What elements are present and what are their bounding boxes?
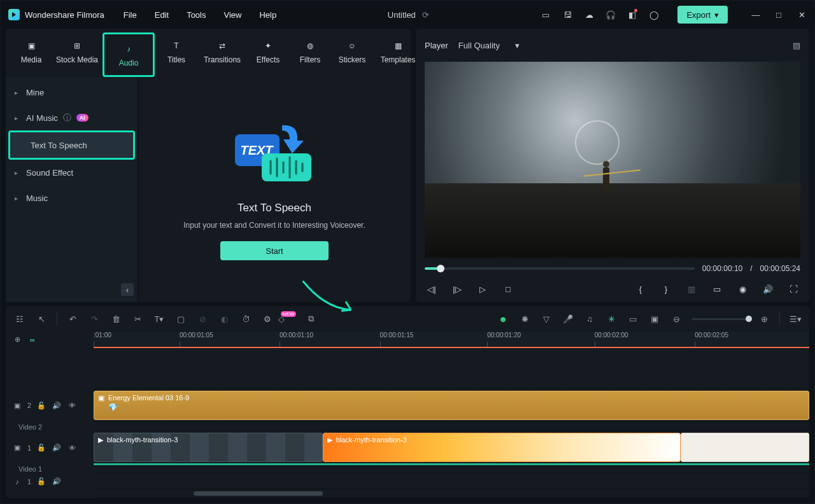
- stop-icon[interactable]: □: [501, 282, 515, 296]
- quality-select[interactable]: Full Quality▾: [458, 41, 520, 50]
- collapse-sidebar-icon[interactable]: ‹: [121, 283, 134, 296]
- display-icon[interactable]: ▭: [710, 282, 724, 296]
- close-icon[interactable]: ✕: [797, 10, 807, 20]
- video-track-icon: ▣: [12, 400, 22, 410]
- sidebar-item-text-to-speech[interactable]: Text To Speech: [10, 132, 133, 158]
- player-panel: Player Full Quality▾ ▧ 00:00:00:10 / 00:…: [416, 29, 809, 302]
- text-tool-icon[interactable]: T▾: [153, 312, 166, 325]
- account-icon[interactable]: ◯: [648, 9, 660, 20]
- stock-icon: ⊞: [70, 39, 84, 53]
- mute-icon[interactable]: 🔊: [52, 477, 62, 487]
- fullscreen-icon[interactable]: ⛶: [786, 282, 800, 296]
- preview-viewport[interactable]: [425, 62, 800, 258]
- ai-tools-icon[interactable]: ☻: [497, 312, 509, 325]
- delete-icon[interactable]: 🗑: [110, 312, 122, 325]
- compare-icon[interactable]: ▥: [684, 282, 698, 296]
- sidebar-item-sound-effect[interactable]: ▸Sound Effect: [6, 160, 138, 185]
- enhance-icon[interactable]: ✺: [518, 312, 531, 325]
- tab-templates[interactable]: ▦Templates: [374, 32, 422, 71]
- clip-black-myth-a[interactable]: ▶black-myth-transition-3: [94, 433, 323, 462]
- audio-mix-icon[interactable]: ♫: [583, 312, 596, 325]
- menu-file[interactable]: File: [124, 10, 137, 20]
- mark-out-icon[interactable]: }: [659, 282, 673, 296]
- link-tracks-icon[interactable]: ∞: [27, 335, 38, 345]
- visible-icon[interactable]: 👁: [67, 400, 77, 410]
- sidebar-item-ai-music[interactable]: ▸AI MusicⓘAI: [6, 105, 138, 130]
- lock-icon[interactable]: 🔓: [36, 477, 46, 487]
- sidebar-item-music[interactable]: ▸Music: [6, 185, 138, 211]
- devices-icon[interactable]: ▭: [540, 9, 551, 20]
- lock-icon[interactable]: 🔓: [36, 443, 46, 453]
- record-screen-icon[interactable]: ▣: [648, 312, 661, 325]
- minimize-icon[interactable]: —: [751, 10, 761, 20]
- menu-help[interactable]: Help: [259, 10, 276, 20]
- marker-icon[interactable]: ▽: [540, 312, 553, 325]
- mute-icon[interactable]: 🔊: [52, 443, 62, 453]
- clip-energy-elemental[interactable]: ▣ Energy Elemental 03 16-9 💎: [94, 391, 809, 420]
- zoom-slider[interactable]: [691, 318, 749, 320]
- player-tab[interactable]: Player: [425, 41, 448, 50]
- mark-in-icon[interactable]: {: [634, 282, 648, 296]
- audio-sidebar: ▸Mine ▸AI MusicⓘAI Text To Speech ▸Sound…: [6, 77, 138, 302]
- volume-icon[interactable]: 🔊: [761, 282, 775, 296]
- maximize-icon[interactable]: □: [774, 10, 784, 20]
- link-edits-icon[interactable]: ⊘: [196, 312, 209, 325]
- keyframe-icon[interactable]: ◇NEW: [283, 312, 295, 325]
- next-frame-icon[interactable]: |▷: [450, 282, 464, 296]
- window-controls: — □ ✕: [751, 10, 807, 20]
- cut-icon[interactable]: ✂: [131, 312, 144, 325]
- tab-media[interactable]: ▣Media: [11, 32, 52, 71]
- export-button[interactable]: Export ▾: [677, 6, 728, 24]
- snapshot-icon[interactable]: ◉: [735, 282, 749, 296]
- redo-icon[interactable]: ↷: [88, 312, 101, 325]
- save-icon[interactable]: 🖫: [562, 9, 573, 20]
- app-logo: Wondershare Filmora: [8, 9, 104, 20]
- tab-stickers[interactable]: ☺Stickers: [332, 32, 372, 71]
- voiceover-icon[interactable]: 🎤: [562, 312, 574, 325]
- visible-icon[interactable]: 👁: [67, 443, 77, 453]
- magnetic-icon[interactable]: ✳: [605, 312, 618, 325]
- cloud-icon[interactable]: ☁: [583, 9, 595, 20]
- lock-icon[interactable]: 🔓: [36, 400, 46, 410]
- tab-audio[interactable]: ♪Audio: [106, 36, 152, 74]
- help-icon[interactable]: ⓘ: [63, 112, 71, 123]
- clip-black-myth-b[interactable]: ▶black-myth-transition-3: [323, 433, 681, 462]
- timeline-scrollbar[interactable]: [194, 491, 322, 496]
- play-badge-icon: ▶: [327, 436, 332, 444]
- menu-view[interactable]: View: [223, 10, 241, 20]
- select-tool-icon[interactable]: ↖: [35, 312, 48, 325]
- sync-icon[interactable]: ⟳: [422, 10, 429, 20]
- menu-tools[interactable]: Tools: [187, 10, 206, 20]
- zoom-out-icon[interactable]: ⊖: [670, 312, 683, 325]
- snapshot-preview-icon[interactable]: ▧: [793, 41, 800, 50]
- tab-filters[interactable]: ◍Filters: [290, 32, 330, 71]
- color-icon[interactable]: ◐: [218, 312, 230, 325]
- tab-transitions[interactable]: ⇄Transitions: [198, 32, 246, 71]
- tab-stock-media[interactable]: ⊞Stock Media: [53, 32, 101, 71]
- time-ruler[interactable]: :01:00 00:00:01:05 00:00:01:10 00:00:01:…: [94, 332, 809, 347]
- sidebar-item-mine[interactable]: ▸Mine: [6, 80, 138, 105]
- adjust-icon[interactable]: ⚙: [261, 312, 274, 325]
- group-icon[interactable]: ⧉: [304, 312, 317, 325]
- tts-start-button[interactable]: Start: [220, 241, 329, 260]
- clip-tail[interactable]: [681, 433, 809, 462]
- play-icon[interactable]: ▷: [476, 282, 490, 296]
- crop-icon[interactable]: ▢: [174, 312, 187, 325]
- headphones-icon[interactable]: 🎧: [605, 9, 616, 20]
- prev-frame-icon[interactable]: ◁|: [425, 282, 439, 296]
- view-mode-icon[interactable]: ☰▾: [789, 312, 802, 325]
- menu-edit[interactable]: Edit: [155, 10, 169, 20]
- add-track-icon[interactable]: ⊕: [12, 335, 22, 345]
- render-icon[interactable]: ▭: [627, 312, 639, 325]
- audio-track-icon: ♪: [12, 477, 22, 487]
- notifications-icon[interactable]: ◧: [627, 9, 638, 20]
- tab-titles[interactable]: TTitles: [156, 32, 197, 71]
- mute-icon[interactable]: 🔊: [52, 400, 62, 410]
- track-menu-icon[interactable]: ☷: [13, 312, 26, 325]
- undo-icon[interactable]: ↶: [66, 312, 79, 325]
- progress-slider[interactable]: [425, 267, 695, 270]
- speed-icon[interactable]: ⏱: [239, 312, 252, 325]
- video-track-icon: ▣: [12, 443, 22, 453]
- tab-effects[interactable]: ✦Effects: [248, 32, 288, 71]
- zoom-in-icon[interactable]: ⊕: [758, 312, 770, 325]
